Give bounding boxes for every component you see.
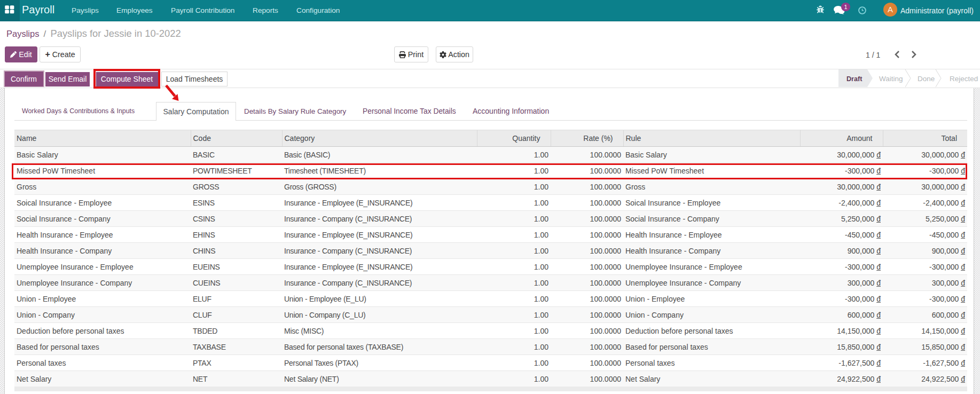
svg-text:Rejected: Rejected bbox=[950, 75, 978, 83]
svg-text:Waiting: Waiting bbox=[879, 75, 903, 83]
svg-text:Draft: Draft bbox=[846, 75, 863, 83]
svg-text:Done: Done bbox=[918, 75, 935, 83]
